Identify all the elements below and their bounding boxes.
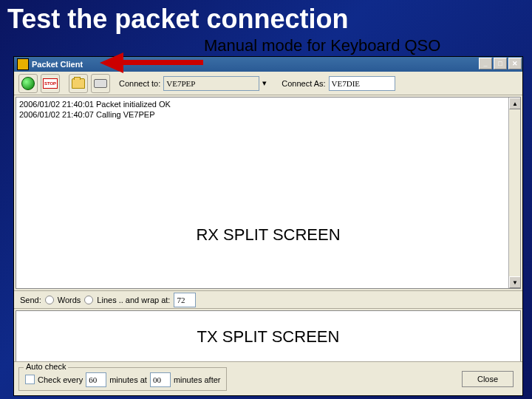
rx-overlay-label: RX SPLIT SCREEN <box>196 225 340 245</box>
go-icon <box>21 77 35 90</box>
packet-client-window: Packet Client _ □ ✕ STOP Connect to: ▾ C… <box>13 56 523 396</box>
rx-pane: 2006/01/02 21:40:01 Packet initialized O… <box>16 97 521 289</box>
stop-button[interactable]: STOP <box>41 74 60 93</box>
close-window-button[interactable]: ✕ <box>508 58 522 69</box>
check-minutes-input[interactable] <box>86 372 106 387</box>
connect-as-input[interactable] <box>329 76 395 91</box>
auto-check-legend: Auto check <box>24 362 68 371</box>
stop-icon: STOP <box>43 78 58 89</box>
check-every-label: Check every <box>38 375 83 384</box>
log-line: 2006/01/02 21:40:07 Calling VE7PEP <box>19 109 517 120</box>
send-label: Send: <box>20 296 41 304</box>
scroll-up-icon[interactable]: ▲ <box>509 98 521 109</box>
tx-overlay-label: TX SPLIT SCREEN <box>197 327 340 347</box>
connect-to-label: Connect to: <box>119 79 160 88</box>
connect-go-button[interactable] <box>18 74 38 93</box>
toolbar: STOP Connect to: ▾ Connect As: <box>14 72 522 95</box>
window-title: Packet Client <box>32 60 83 69</box>
rx-scrollbar[interactable]: ▲ ▼ <box>508 98 520 288</box>
minutes-at-label: minutes at <box>109 375 147 384</box>
folder-icon <box>72 78 85 89</box>
slide-subtitle: Manual mode for Keyboard QSO <box>204 36 440 55</box>
keyboard-icon <box>94 79 107 88</box>
app-icon <box>17 58 29 70</box>
scroll-down-icon[interactable]: ▼ <box>509 276 521 288</box>
maximize-button[interactable]: □ <box>494 58 507 69</box>
send-lines-label: Lines .. and wrap at: <box>97 296 170 304</box>
keyboard-mode-button[interactable] <box>91 74 110 93</box>
slide: Test the packet connection Manual mode f… <box>0 0 532 399</box>
send-bar: Send: Words Lines .. and wrap at: <box>14 290 522 309</box>
rx-log: 2006/01/02 21:40:01 Packet initialized O… <box>16 98 520 121</box>
connect-as-label: Connect As: <box>282 79 325 88</box>
minutes-after-input[interactable] <box>150 372 171 387</box>
open-folder-button[interactable] <box>69 74 88 93</box>
minimize-button[interactable]: _ <box>479 58 492 69</box>
wrap-at-input[interactable] <box>174 293 196 307</box>
close-button[interactable]: Close <box>462 371 514 387</box>
check-every-checkbox[interactable] <box>25 375 35 384</box>
send-lines-radio[interactable] <box>84 296 93 304</box>
auto-check-group: Auto check Check every minutes at minute… <box>18 367 227 391</box>
log-line: 2006/01/02 21:40:01 Packet initialized O… <box>19 99 517 109</box>
titlebar[interactable]: Packet Client _ □ ✕ <box>14 57 522 72</box>
slide-title: Test the packet connection <box>7 4 525 35</box>
footer-bar: Auto check Check every minutes at minute… <box>14 361 522 395</box>
connect-to-combobox[interactable] <box>163 76 259 91</box>
send-words-radio[interactable] <box>45 296 54 304</box>
tx-pane[interactable]: TX SPLIT SCREEN <box>16 310 521 364</box>
minutes-after-label: minutes after <box>174 375 221 384</box>
send-words-label: Words <box>58 296 81 304</box>
